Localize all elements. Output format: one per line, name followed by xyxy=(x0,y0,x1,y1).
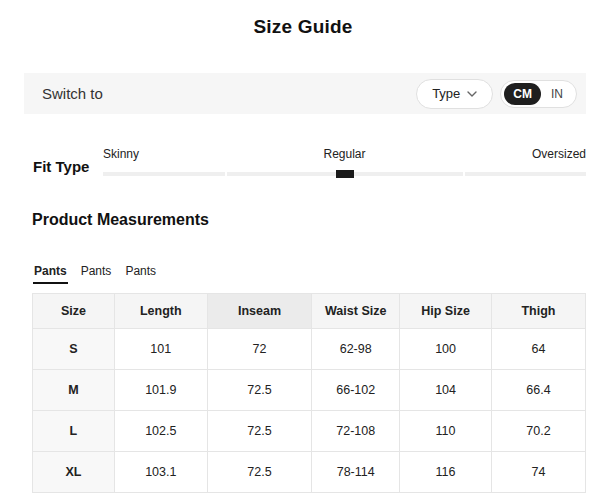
table-cell: 70.2 xyxy=(491,411,585,452)
table-cell: 62-98 xyxy=(312,329,400,370)
table-row: L 102.5 72.5 72-108 110 70.2 xyxy=(33,411,586,452)
col-header-size: Size xyxy=(33,294,115,329)
table-cell: 100 xyxy=(400,329,492,370)
table-cell: 72 xyxy=(207,329,312,370)
fit-type-slider: Skinny Regular Oversized xyxy=(103,147,586,176)
table-cell: 66-102 xyxy=(312,370,400,411)
size-cell: XL xyxy=(33,452,115,493)
col-header-waist-size: Waist Size xyxy=(312,294,400,329)
table-cell: 78-114 xyxy=(312,452,400,493)
table-cell: 72-108 xyxy=(312,411,400,452)
type-dropdown[interactable]: Type xyxy=(416,79,493,109)
product-measurements-heading: Product Measurements xyxy=(32,210,586,230)
table-row: XL 103.1 72.5 78-114 116 74 xyxy=(33,452,586,493)
table-cell: 74 xyxy=(491,452,585,493)
fit-option-skinny[interactable]: Skinny xyxy=(103,147,139,161)
table-cell: 101 xyxy=(114,329,207,370)
chevron-down-icon xyxy=(467,91,477,97)
table-cell: 103.1 xyxy=(114,452,207,493)
category-tabs: Pants Pants Pants xyxy=(33,264,586,284)
col-header-length: Length xyxy=(114,294,207,329)
fit-option-oversized[interactable]: Oversized xyxy=(532,147,586,161)
table-cell: 104 xyxy=(400,370,492,411)
unit-switch-bar: Switch to Type CM IN xyxy=(24,73,586,114)
page-title: Size Guide xyxy=(0,14,606,40)
table-header-row: Size Length Inseam Waist Size Hip Size T… xyxy=(33,294,586,329)
unit-option-cm[interactable]: CM xyxy=(504,83,541,105)
track-segment-skinny[interactable] xyxy=(103,172,225,176)
fit-type-slider-track[interactable] xyxy=(103,172,586,176)
table-cell: 72.5 xyxy=(207,452,312,493)
tab-pants-3[interactable]: Pants xyxy=(124,264,157,284)
col-header-thigh: Thigh xyxy=(491,294,585,329)
track-segment-oversized[interactable] xyxy=(465,172,586,176)
table-row: M 101.9 72.5 66-102 104 66.4 xyxy=(33,370,586,411)
table-cell: 102.5 xyxy=(114,411,207,452)
fit-type-options: Skinny Regular Oversized xyxy=(103,147,586,161)
table-cell: 116 xyxy=(400,452,492,493)
fit-type-label: Fit Type xyxy=(33,158,103,176)
switch-controls: Type CM IN xyxy=(416,79,577,109)
fit-option-regular[interactable]: Regular xyxy=(323,147,365,161)
fit-type-section: Fit Type Skinny Regular Oversized xyxy=(33,147,586,176)
type-dropdown-label: Type xyxy=(432,86,460,101)
size-cell: S xyxy=(33,329,115,370)
table-cell: 64 xyxy=(491,329,585,370)
table-cell: 101.9 xyxy=(114,370,207,411)
unit-toggle[interactable]: CM IN xyxy=(500,80,577,108)
table-cell: 66.4 xyxy=(491,370,585,411)
table-row: S 101 72 62-98 100 64 xyxy=(33,329,586,370)
table-cell: 72.5 xyxy=(207,370,312,411)
table-cell: 110 xyxy=(400,411,492,452)
size-cell: M xyxy=(33,370,115,411)
tab-pants-2[interactable]: Pants xyxy=(80,264,113,284)
switch-to-label: Switch to xyxy=(42,85,103,102)
tab-pants-1[interactable]: Pants xyxy=(33,264,68,284)
unit-option-in[interactable]: IN xyxy=(541,83,573,105)
col-header-inseam: Inseam xyxy=(207,294,312,329)
table-cell: 72.5 xyxy=(207,411,312,452)
fit-type-slider-handle[interactable] xyxy=(336,170,354,178)
col-header-hip-size: Hip Size xyxy=(400,294,492,329)
measurements-table: Size Length Inseam Waist Size Hip Size T… xyxy=(32,293,586,493)
size-cell: L xyxy=(33,411,115,452)
